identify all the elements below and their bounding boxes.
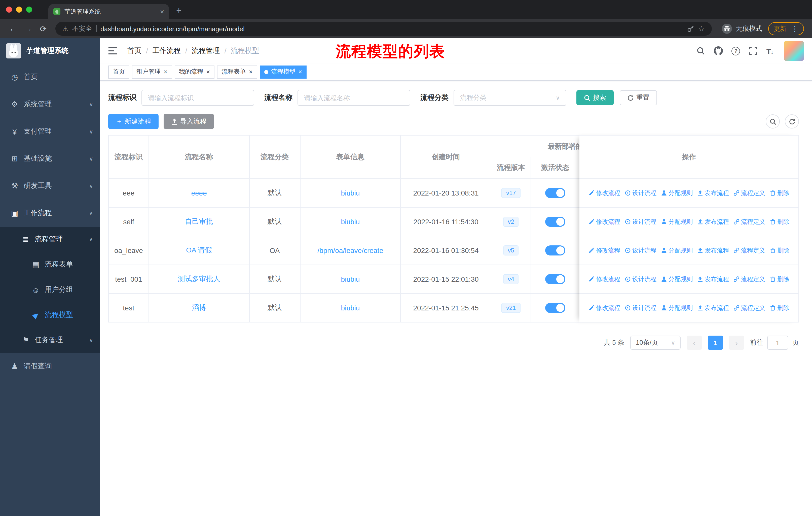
page-number-button[interactable]: 1 [708,335,723,350]
process-definition-link[interactable]: 流程定义 [733,189,765,197]
reload-button[interactable]: ⟳ [36,22,50,36]
goto-page-input[interactable] [767,335,788,350]
hamburger-icon[interactable] [108,46,118,55]
design-process-link[interactable]: 设计流程 [625,217,657,226]
sidebar-item-system[interactable]: ⚙ 系统管理 ∨ [0,91,100,118]
bookmark-star-icon[interactable]: ☆ [698,24,705,33]
window-minimize-button[interactable] [16,6,22,12]
status-toggle[interactable] [545,303,565,313]
delete-link[interactable]: 删除 [770,246,789,255]
close-icon[interactable]: × [164,69,167,75]
back-button[interactable]: ← [6,22,20,36]
form-info-link[interactable]: biubiu [341,275,360,283]
assign-rule-link[interactable]: 分配规则 [661,217,693,226]
process-name-link[interactable]: 滔博 [192,303,206,313]
publish-process-link[interactable]: 发布流程 [697,275,729,283]
browser-menu-icon[interactable]: ⋮ [791,25,799,33]
sidebar-item-leave-query[interactable]: ♟ 请假查询 [0,353,100,380]
search-button[interactable]: 搜索 [576,90,614,105]
process-category-select[interactable]: 流程分类 ∨ [454,90,566,106]
tag-process-model[interactable]: 流程模型 × [260,65,307,78]
delete-link[interactable]: 删除 [770,217,789,226]
sidebar-item-devtools[interactable]: ⚒ 研发工具 ∨ [0,172,100,199]
window-zoom-button[interactable] [26,6,32,12]
process-definition-link[interactable]: 流程定义 [733,304,765,312]
sidebar-item-workflow[interactable]: ▣ 工作流程 ∧ [0,199,100,227]
window-close-button[interactable] [6,6,12,12]
design-process-link[interactable]: 设计流程 [625,304,657,312]
next-page-button[interactable]: › [729,335,744,350]
sidebar-item-process-form[interactable]: ▤ 流程表单 [0,252,100,277]
close-icon[interactable]: × [298,69,302,75]
sidebar-item-payment[interactable]: ¥ 支付管理 ∨ [0,118,100,145]
github-icon[interactable] [714,46,723,55]
form-info-link[interactable]: /bpm/oa/leave/create [317,246,383,254]
process-name-link[interactable]: 自己审批 [185,217,213,226]
form-info-link[interactable]: biubiu [341,304,360,312]
create-process-button[interactable]: ＋ 新建流程 [108,114,158,129]
process-name-link[interactable]: OA 请假 [186,246,212,255]
edit-process-link[interactable]: 修改流程 [588,275,620,283]
status-toggle[interactable] [545,217,565,227]
sidebar-item-home[interactable]: ◷ 首页 [0,63,100,91]
update-button[interactable]: 更新 ⋮ [768,22,804,35]
edit-process-link[interactable]: 修改流程 [588,304,620,312]
password-key-icon[interactable] [687,25,694,32]
sidebar-item-process-model[interactable]: ▶ 流程模型 [0,302,100,328]
breadcrumb-item[interactable]: 流程管理 [192,46,220,55]
prev-page-button[interactable]: ‹ [687,335,702,350]
search-toggle-button[interactable] [766,114,780,129]
edit-process-link[interactable]: 修改流程 [588,217,620,226]
design-process-link[interactable]: 设计流程 [625,246,657,255]
process-definition-link[interactable]: 流程定义 [733,246,765,255]
form-info-link[interactable]: biubiu [341,218,360,226]
delete-link[interactable]: 删除 [770,304,789,312]
edit-process-link[interactable]: 修改流程 [588,246,620,255]
breadcrumb-item[interactable]: 工作流程 [152,46,181,55]
sidebar-item-infrastructure[interactable]: ⊞ 基础设施 ∨ [0,145,100,172]
breadcrumb-item[interactable]: 首页 [127,46,141,55]
browser-tab[interactable]: 芋道管理系统 × [48,4,169,19]
tag-my-process[interactable]: 我的流程 × [174,65,214,78]
process-name-input[interactable] [297,90,410,106]
tag-home[interactable]: 首页 [108,65,129,78]
publish-process-link[interactable]: 发布流程 [697,246,729,255]
sidebar-item-user-group[interactable]: ☺ 用户分组 [0,277,100,302]
page-size-select[interactable]: 10条/页 ∨ [630,335,680,350]
assign-rule-link[interactable]: 分配规则 [661,246,693,255]
import-process-button[interactable]: 导入流程 [164,114,214,129]
tab-close-icon[interactable]: × [160,7,164,16]
edit-process-link[interactable]: 修改流程 [588,189,620,197]
process-name-link[interactable]: eeee [191,189,207,197]
close-icon[interactable]: × [206,69,210,75]
status-toggle[interactable] [545,245,565,255]
tag-tenant[interactable]: 租户管理 × [132,65,172,78]
help-icon[interactable]: ? [732,47,740,55]
delete-link[interactable]: 删除 [770,189,789,197]
new-tab-button[interactable]: + [176,2,181,19]
assign-rule-link[interactable]: 分配规则 [661,275,693,283]
publish-process-link[interactable]: 发布流程 [697,189,729,197]
fullscreen-icon[interactable] [749,46,758,55]
font-size-icon[interactable]: T↕ [766,47,773,55]
address-bar[interactable]: ⚠ 不安全 dashboard.yudao.iocoder.cn/bpm/man… [55,22,712,36]
user-avatar[interactable] [784,41,804,61]
design-process-link[interactable]: 设计流程 [625,275,657,283]
assign-rule-link[interactable]: 分配规则 [661,304,693,312]
sidebar-item-task-management[interactable]: ⚑ 任务管理 ∨ [0,328,100,353]
refresh-table-button[interactable] [785,114,799,129]
assign-rule-link[interactable]: 分配规则 [661,189,693,197]
forward-button[interactable]: → [21,22,35,36]
publish-process-link[interactable]: 发布流程 [697,217,729,226]
design-process-link[interactable]: 设计流程 [625,189,657,197]
status-toggle[interactable] [545,274,565,284]
publish-process-link[interactable]: 发布流程 [697,304,729,312]
reset-button[interactable]: 重置 [620,90,657,105]
close-icon[interactable]: × [249,69,253,75]
tag-process-form[interactable]: 流程表单 × [217,65,257,78]
process-definition-link[interactable]: 流程定义 [733,217,765,226]
sidebar-item-process-management[interactable]: ≣ 流程管理 ∧ [0,227,100,252]
process-definition-link[interactable]: 流程定义 [733,275,765,283]
status-toggle[interactable] [545,188,565,198]
form-info-link[interactable]: biubiu [341,189,360,197]
